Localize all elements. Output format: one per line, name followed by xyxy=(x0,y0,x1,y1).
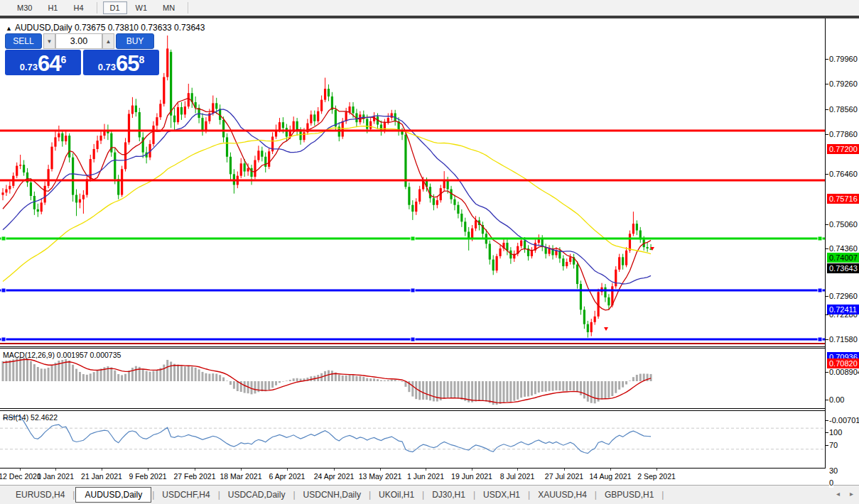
macd-histogram-bar xyxy=(558,381,561,390)
macd-histogram-bar xyxy=(587,381,589,402)
macd-histogram-bar xyxy=(156,370,158,381)
macd-histogram-bar xyxy=(527,381,529,397)
axis-tick xyxy=(826,174,828,175)
line-drag-handle[interactable] xyxy=(411,288,415,292)
line-drag-handle[interactable] xyxy=(1,288,6,292)
tab-ukoil-h1[interactable]: UKOil,H1 xyxy=(372,488,421,502)
tab-dj30-h1[interactable]: DJ30,H1 xyxy=(425,488,472,502)
trading-platform-window: M30H1H4D1W1MN ▲AUDUSD,Daily 0.73675 0.73… xyxy=(0,0,859,504)
volume-input[interactable]: 3.00 xyxy=(55,33,102,49)
candle-body xyxy=(317,111,319,121)
tab-eurusd-h4[interactable]: EURUSD,H4 xyxy=(9,488,72,502)
candle-body xyxy=(411,205,414,212)
tab-usdcnh-daily[interactable]: USDCNH,Daily xyxy=(296,488,368,502)
candle-body xyxy=(16,166,18,176)
buy-button[interactable]: BUY xyxy=(116,33,154,49)
timeframe-m30-button[interactable]: M30 xyxy=(10,1,39,14)
macd-histogram-bar xyxy=(229,381,232,385)
candle-wick xyxy=(83,190,84,214)
line-drag-handle[interactable] xyxy=(818,236,822,241)
macd-histogram-bar xyxy=(534,381,536,394)
candlestick-chart-canvas[interactable] xyxy=(0,18,825,487)
volume-increase-button[interactable]: ▲ xyxy=(102,33,114,49)
tab-usdchf-h4[interactable]: USDCHF,H4 xyxy=(155,488,217,502)
macd-histogram-bar xyxy=(429,381,431,400)
tab-usdx-h1[interactable]: USDX,H1 xyxy=(476,488,527,502)
candle-body xyxy=(348,106,350,112)
tabs-scroll-left-icon[interactable]: ◂ xyxy=(836,490,840,498)
tabs-scroll-right-icon[interactable]: ▸ xyxy=(850,490,853,498)
collapse-icon[interactable]: ▲ xyxy=(6,25,12,32)
macd-histogram-bar xyxy=(124,374,126,381)
axis-tick xyxy=(826,400,828,400)
candle-body xyxy=(37,209,39,212)
macd-histogram-bar xyxy=(366,378,368,381)
tab-usdcad-daily[interactable]: USDCAD,Daily xyxy=(221,488,293,502)
timeframe-mn-button[interactable]: MN xyxy=(156,1,182,14)
macd-histogram-bar xyxy=(16,358,18,381)
tab-separator: | xyxy=(72,490,75,500)
line-drag-handle[interactable] xyxy=(1,337,6,341)
line-drag-handle[interactable] xyxy=(411,236,415,241)
timeframe-h1-button[interactable]: H1 xyxy=(40,1,65,14)
candle-body xyxy=(625,251,627,265)
line-drag-handle[interactable] xyxy=(411,337,415,341)
candle-body xyxy=(520,241,522,246)
macd-histogram-bar xyxy=(502,381,504,402)
macd-histogram-bar xyxy=(226,380,228,381)
macd-histogram-bar xyxy=(215,374,217,381)
macd-histogram-bar xyxy=(5,361,7,381)
horizontal-level-line[interactable] xyxy=(0,180,825,182)
horizontal-level-line[interactable] xyxy=(0,343,825,344)
candle-body xyxy=(173,116,175,122)
date-label: 8 Jul 2021 xyxy=(500,472,534,481)
moving-average-21 xyxy=(3,109,651,284)
price-axis-label: 0.73643 xyxy=(827,263,859,273)
candle-body xyxy=(97,141,99,149)
candle-wick xyxy=(20,155,21,169)
bid-pip-digit: 6 xyxy=(61,54,67,65)
ask-price[interactable]: 0.73 65 8 xyxy=(83,50,159,75)
macd-histogram-bar xyxy=(636,375,638,381)
chart-area[interactable]: ▲AUDUSD,Daily 0.73675 0.73810 0.73633 0.… xyxy=(0,18,859,485)
candle-body xyxy=(47,169,49,186)
tab-xauusd-h4[interactable]: XAUUSD,H4 xyxy=(531,488,594,502)
timeframe-h4-button[interactable]: H4 xyxy=(66,1,90,14)
candle-body xyxy=(33,196,36,209)
macd-histogram-bar xyxy=(19,357,21,381)
ask-big-digits: 65 xyxy=(116,54,139,74)
volume-decrease-button[interactable]: ▼ xyxy=(43,33,55,49)
tab-separator: | xyxy=(152,490,154,500)
timeframe-w1-button[interactable]: W1 xyxy=(129,1,155,14)
toolbar-separator xyxy=(97,2,97,13)
candle-body xyxy=(30,182,32,196)
axis-tick xyxy=(826,224,828,225)
tab-gbpusd-h1[interactable]: GBPUSD,H1 xyxy=(598,488,661,502)
line-drag-handle[interactable] xyxy=(1,236,6,241)
candle-body xyxy=(471,229,473,239)
macd-histogram-bar xyxy=(562,381,564,391)
macd-histogram-bar xyxy=(650,374,652,381)
price-marker-icon xyxy=(604,327,608,331)
line-drag-handle[interactable] xyxy=(818,288,822,292)
macd-histogram-bar xyxy=(513,381,515,401)
candle-body xyxy=(282,122,284,128)
date-label: 2 Sep 2021 xyxy=(637,472,676,481)
candle-body xyxy=(369,121,372,129)
tab-audusd-daily[interactable]: AUDUSD,Daily xyxy=(75,487,151,503)
candle-body xyxy=(286,128,288,136)
macd-histogram-bar xyxy=(506,381,508,402)
macd-histogram-bar xyxy=(338,375,340,381)
macd-histogram-bar xyxy=(12,359,14,381)
tab-separator: | xyxy=(218,490,220,500)
bid-price[interactable]: 0.73 64 6 xyxy=(5,50,81,75)
macd-histogram-bar xyxy=(268,381,270,390)
line-drag-handle[interactable] xyxy=(818,337,822,341)
date-tick xyxy=(241,469,242,471)
macd-histogram-bar xyxy=(411,381,414,397)
sell-button[interactable]: SELL xyxy=(5,33,42,49)
toolbar-separator xyxy=(188,2,188,13)
horizontal-level-line[interactable] xyxy=(0,130,825,132)
timeframe-d1-button[interactable]: D1 xyxy=(103,1,127,14)
macd-histogram-bar xyxy=(471,381,473,402)
